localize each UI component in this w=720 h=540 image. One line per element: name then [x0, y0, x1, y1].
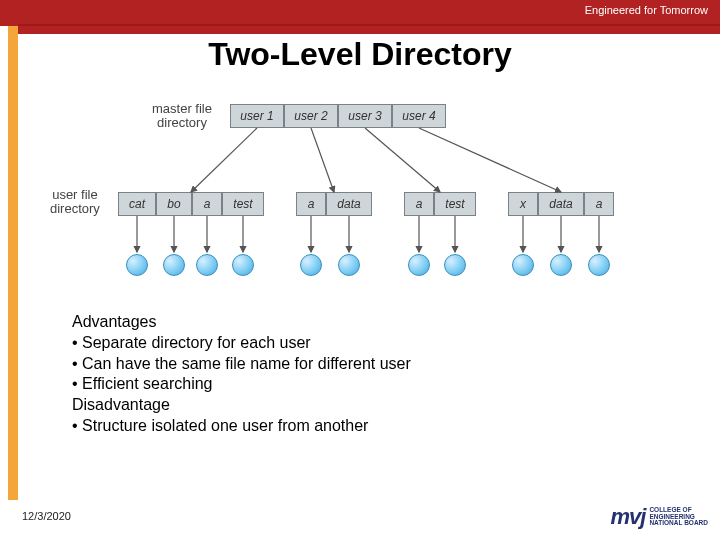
top-strip: Engineered for Tomorrow	[0, 0, 720, 26]
footer-date: 12/3/2020	[22, 510, 71, 522]
file-node	[444, 254, 466, 276]
advantage-item: • Separate directory for each user	[72, 333, 660, 354]
left-accent-bar	[8, 26, 18, 500]
file-node	[196, 254, 218, 276]
body-text: Advantages • Separate directory for each…	[72, 312, 660, 437]
advantage-item: • Can have the same file name for differ…	[72, 354, 660, 375]
logo-text: College of Engineering National Board	[649, 507, 708, 527]
advantages-heading: Advantages	[72, 312, 660, 333]
file-node	[232, 254, 254, 276]
file-node	[588, 254, 610, 276]
svg-line-2	[365, 128, 440, 192]
advantage-item: • Efficient searching	[72, 374, 660, 395]
file-node	[338, 254, 360, 276]
file-node	[550, 254, 572, 276]
file-node	[408, 254, 430, 276]
disadvantage-item: • Structure isolated one user from anoth…	[72, 416, 660, 437]
file-node	[512, 254, 534, 276]
svg-line-3	[419, 128, 561, 192]
file-node	[163, 254, 185, 276]
file-node	[300, 254, 322, 276]
disadvantage-heading: Disadvantage	[72, 395, 660, 416]
slide-title: Two-Level Directory	[0, 36, 720, 73]
logo-mark: mvj	[610, 504, 645, 530]
two-level-directory-diagram: master file directory user file director…	[60, 92, 670, 297]
header-tagline: Engineered for Tomorrow	[585, 4, 708, 16]
college-logo: mvj College of Engineering National Boar…	[610, 504, 708, 530]
diagram-connectors	[60, 92, 670, 297]
file-node	[126, 254, 148, 276]
svg-line-0	[191, 128, 257, 192]
svg-line-1	[311, 128, 334, 192]
title-accent-bar	[18, 24, 720, 34]
